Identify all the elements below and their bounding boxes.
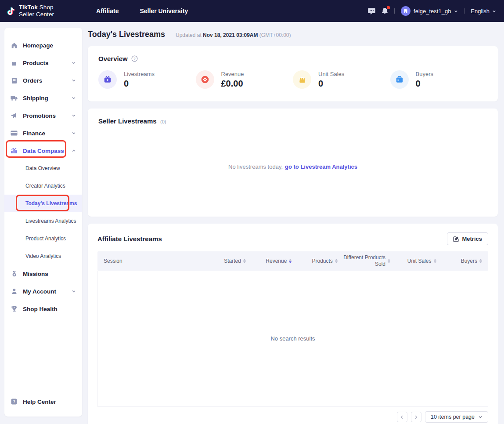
chevron-down-icon: [72, 96, 76, 100]
notification-badge: [387, 6, 390, 9]
topbar: TikTok Shop Seller Center Affiliate Sell…: [0, 0, 504, 22]
metric-value: £0.00: [221, 79, 244, 89]
next-page-button[interactable]: [411, 412, 421, 422]
sidebar-item-shipping[interactable]: Shipping: [4, 89, 82, 107]
nav-seller-university[interactable]: Seller University: [140, 7, 188, 14]
help-icon: ?: [11, 399, 18, 405]
sidebar-item-shop-health[interactable]: Shop Health: [4, 300, 82, 318]
livestream-analytics-link[interactable]: go to Livestream Analytics: [285, 163, 357, 170]
metric-value: 0: [124, 79, 155, 89]
column-unit-sales[interactable]: Unit Sales: [390, 258, 436, 265]
home-icon: [11, 42, 18, 49]
svg-text:?: ?: [13, 399, 15, 404]
order-document-icon: [11, 77, 18, 84]
overview-metrics: Livestreams 0 Revenue £0.00 Unit Sales: [98, 70, 487, 89]
sidebar-item-my-account[interactable]: My Account: [4, 283, 82, 300]
messages-icon[interactable]: [368, 8, 375, 14]
table-header: Session Started Revenue Products Differe…: [97, 251, 488, 271]
shopping-bag-icon: [11, 60, 18, 66]
trophy-icon: [11, 306, 18, 312]
column-different-products-sold[interactable]: Different Products Sold: [338, 254, 390, 268]
help-circle-icon[interactable]: ?: [131, 55, 138, 62]
metric-unit-sales: Unit Sales 0: [293, 70, 390, 89]
topbar-right: feige_test1_gb English: [368, 6, 496, 16]
seller-livestreams-title: Seller Livestreams: [98, 117, 157, 125]
column-revenue[interactable]: Revenue: [246, 258, 292, 265]
column-buyers[interactable]: Buyers: [436, 258, 482, 265]
column-session: Session: [104, 258, 200, 265]
affiliate-livestreams-table: Session Started Revenue Products Differe…: [97, 251, 488, 407]
metric-buyers: Buyers 0: [390, 70, 488, 89]
prev-page-button[interactable]: [397, 412, 407, 422]
overview-card: Overview ? Livestreams 0 Revenue: [88, 46, 498, 101]
coin-icon: [196, 70, 214, 89]
chevron-down-icon: [72, 78, 76, 83]
sidebar-item-missions[interactable]: Missions: [4, 265, 82, 283]
topbar-divider: [464, 8, 464, 14]
truck-icon: [11, 95, 18, 101]
user-name: feige_test1_gb: [414, 8, 451, 14]
livestream-tv-icon: [98, 70, 117, 89]
shopping-bag-icon: [293, 70, 311, 89]
table-empty-state: No search results: [97, 271, 488, 407]
logo-text: TikTok Shop Seller Center: [19, 4, 54, 18]
sidebar-subitem-livestreams-analytics[interactable]: Livestreams Analytics: [4, 212, 82, 230]
nav-affiliate[interactable]: Affiliate: [96, 7, 119, 14]
chevron-down-icon: [454, 9, 458, 13]
column-started[interactable]: Started: [200, 258, 245, 265]
sidebar-subitem-todays-livestreams[interactable]: Today's Livestreams: [4, 195, 82, 212]
user-menu[interactable]: feige_test1_gb: [401, 6, 458, 16]
seller-livestreams-empty: No livestreams today, go to Livestream A…: [98, 125, 487, 208]
sidebar-item-promotions[interactable]: Promotions: [4, 107, 82, 124]
overview-title: Overview: [98, 55, 128, 62]
sidebar-subitem-data-overview[interactable]: Data Overview: [4, 159, 82, 177]
sidebar-subitem-product-analytics[interactable]: Product Analytics: [4, 230, 82, 247]
metric-revenue: Revenue £0.00: [196, 70, 293, 89]
sidebar-item-data-compass[interactable]: Data Compass: [4, 142, 82, 159]
sidebar-subitem-creator-analytics[interactable]: Creator Analytics: [4, 177, 82, 195]
sidebar-item-orders[interactable]: Orders: [4, 72, 82, 89]
chevron-down-icon: [72, 61, 76, 65]
tiktok-shop-logo: TikTok Shop Seller Center: [6, 4, 54, 18]
chevron-down-icon: [478, 415, 482, 419]
chevron-down-icon: [492, 9, 496, 13]
sidebar-item-products[interactable]: Products: [4, 54, 82, 72]
main-content: Today's Livestreams Updated at Nov 18, 2…: [88, 22, 498, 424]
tiktok-note-icon: [6, 5, 16, 17]
sidebar-item-homepage[interactable]: Homepage: [4, 36, 82, 54]
chevron-down-icon: [72, 131, 76, 135]
user-avatar: [401, 6, 410, 16]
megaphone-icon: [11, 112, 18, 119]
pagination: 10 items per page: [97, 411, 488, 423]
affiliate-livestreams-title: Affiliate Livestreams: [97, 235, 162, 243]
chevron-down-icon: [72, 289, 76, 294]
wallet-icon: [390, 70, 409, 89]
bar-chart-icon: [11, 148, 18, 154]
bank-card-icon: [11, 130, 18, 136]
medal-icon: [11, 271, 18, 277]
sidebar-subitem-video-analytics[interactable]: Video Analytics: [4, 247, 82, 265]
seller-livestreams-card: Seller Livestreams (0) No livestreams to…: [88, 109, 498, 217]
affiliate-livestreams-card: Affiliate Livestreams Metrics Session St…: [88, 224, 498, 424]
page-header: Today's Livestreams Updated at Nov 18, 2…: [88, 30, 498, 39]
sidebar-item-help-center[interactable]: ? Help Center: [4, 393, 82, 410]
sidebar: Homepage Products Orders Shipping Promot…: [4, 28, 82, 417]
chevron-down-icon: [72, 113, 76, 118]
sidebar-item-finance[interactable]: Finance: [4, 124, 82, 142]
metric-livestreams: Livestreams 0: [98, 70, 196, 89]
top-nav: Affiliate Seller University: [96, 7, 188, 14]
language-selector[interactable]: English: [471, 8, 496, 14]
topbar-divider: [394, 8, 395, 14]
notifications-bell-icon[interactable]: [382, 7, 388, 14]
chevron-up-icon: [72, 149, 76, 153]
metric-value: 0: [416, 79, 433, 89]
sort-icon: [479, 259, 482, 263]
metric-value: 0: [318, 79, 344, 89]
seller-livestreams-count: (0): [160, 119, 166, 124]
svg-text:?: ?: [133, 57, 136, 61]
page-size-select[interactable]: 10 items per page: [425, 411, 488, 423]
column-products[interactable]: Products: [292, 258, 337, 265]
metrics-button[interactable]: Metrics: [447, 232, 488, 245]
person-icon: [11, 288, 18, 294]
edit-icon: [453, 236, 459, 242]
